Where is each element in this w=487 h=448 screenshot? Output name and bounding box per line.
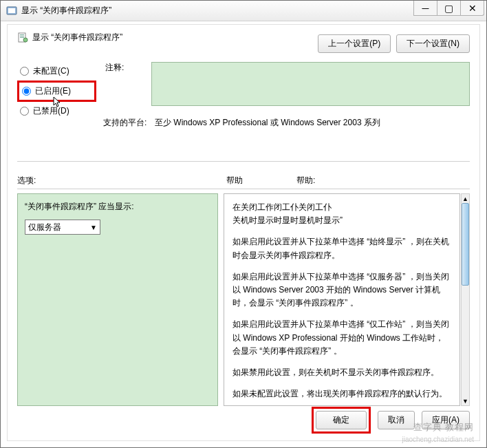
policy-icon [17, 32, 28, 43]
help-scrollbar[interactable]: ▲ ▼ [461, 193, 470, 406]
help-line: 如果未配置此设置，将出现关闭事件跟踪程序的默认行为。 [232, 387, 451, 401]
help-panel: 在关闭工作闭工仆关闭工仆 关机时显示时显时显机时显示” 如果启用此设置并从下拉菜… [224, 193, 460, 406]
platform-label: 支持的平台: [103, 117, 147, 129]
scroll-down-icon[interactable]: ▼ [462, 396, 469, 405]
gpo-icon [6, 6, 17, 17]
divider-mid [17, 189, 470, 189]
radio-enabled[interactable]: 已启用(E) [22, 84, 91, 98]
platform-value: 至少 Windows XP Professional 或 Windows Ser… [155, 117, 380, 129]
dropdown-value: 仅服务器 [28, 222, 61, 233]
radio-not-configured-label: 未配置(C) [33, 65, 69, 77]
radio-enabled-label: 已启用(E) [35, 85, 71, 97]
apply-button[interactable]: 应用(A) [422, 411, 470, 429]
radio-enabled-input[interactable] [22, 87, 31, 96]
nav-buttons: 上一个设置(P) 下一个设置(N) [318, 34, 470, 53]
options-policy-label: “关闭事件跟踪程序” 应当显示: [25, 201, 210, 213]
help-line: 如果禁用此设置，则在关机时不显示关闭事件跟踪程序。 [232, 366, 451, 379]
svg-point-6 [23, 38, 28, 42]
help-column-label: 帮助: [296, 175, 315, 186]
maximize-button[interactable]: ▢ [437, 1, 461, 16]
help-section-label: 帮助 [226, 175, 243, 186]
svg-rect-4 [20, 36, 24, 36]
minimize-button[interactable]: ─ [413, 1, 437, 16]
annotation-label: 注释: [105, 62, 124, 74]
radio-disabled[interactable]: 已禁用(D) [17, 102, 96, 120]
help-line: 如果启用此设置并从下拉菜单中选择 “仅工作站” ，则当关闭以 Windows X… [232, 318, 451, 358]
dialog-buttons: 确定 取消 应用(A) [312, 407, 470, 434]
section-labels: 选项: [17, 175, 470, 187]
scroll-thumb[interactable] [462, 203, 469, 286]
highlight-ok: 确定 [312, 407, 371, 434]
prev-setting-button[interactable]: 上一个设置(P) [318, 34, 391, 53]
radio-not-configured-input[interactable] [20, 67, 29, 76]
dialog-window: 显示 “关闭事件跟踪程序” ─ ▢ ✕ 显示 “关闭事件跟踪程序” 上一个设置(… [0, 0, 487, 448]
window-controls: ─ ▢ ✕ [414, 1, 484, 16]
svg-rect-3 [20, 34, 24, 35]
dialog-content: 显示 “关闭事件跟踪程序” 上一个设置(P) 下一个设置(N) 未配置(C) 已… [7, 24, 480, 441]
help-line: 关机时显示时显时显机时显示” [232, 214, 451, 227]
scroll-up-icon[interactable]: ▲ [462, 194, 469, 203]
config-section: 未配置(C) 已启用(E) 已禁用(D) 注释: 支持的平台: [17, 58, 470, 153]
options-panel: “关闭事件跟踪程序” 应当显示: 仅服务器 ▼ [17, 193, 218, 406]
display-mode-dropdown[interactable]: 仅服务器 ▼ [25, 220, 100, 235]
window-title: 显示 “关闭事件跟踪程序” [21, 5, 111, 17]
help-line: 如果启用此设置并从下拉菜单中选择 “始终显示” ，则在关机时会显示关闭事件跟踪程… [232, 235, 451, 262]
radio-group: 未配置(C) 已启用(E) 已禁用(D) [17, 62, 96, 120]
close-button[interactable]: ✕ [460, 1, 484, 16]
ok-button[interactable]: 确定 [316, 411, 367, 429]
next-setting-button[interactable]: 下一个设置(N) [396, 34, 470, 53]
titlebar: 显示 “关闭事件跟踪程序” ─ ▢ ✕ [1, 1, 486, 21]
help-line: 在关闭工作闭工仆关闭工仆 [232, 201, 451, 214]
chevron-down-icon: ▼ [90, 224, 97, 231]
help-line: 如果启用此设置并从下拉菜单中选择 “仅服务器” ，则当关闭以 Windows S… [232, 270, 451, 310]
radio-disabled-label: 已禁用(D) [33, 105, 69, 117]
highlight-enabled: 已启用(E) [17, 81, 96, 102]
radio-disabled-input[interactable] [20, 107, 29, 116]
svg-rect-5 [20, 37, 24, 38]
svg-rect-1 [8, 8, 15, 13]
divider-top [17, 161, 470, 162]
cancel-button[interactable]: 取消 [378, 411, 415, 429]
policy-title: 显示 “关闭事件跟踪程序” [32, 32, 122, 43]
annotation-textbox[interactable] [151, 62, 470, 106]
options-section-label: 选项: [17, 175, 36, 185]
radio-not-configured[interactable]: 未配置(C) [17, 62, 96, 81]
